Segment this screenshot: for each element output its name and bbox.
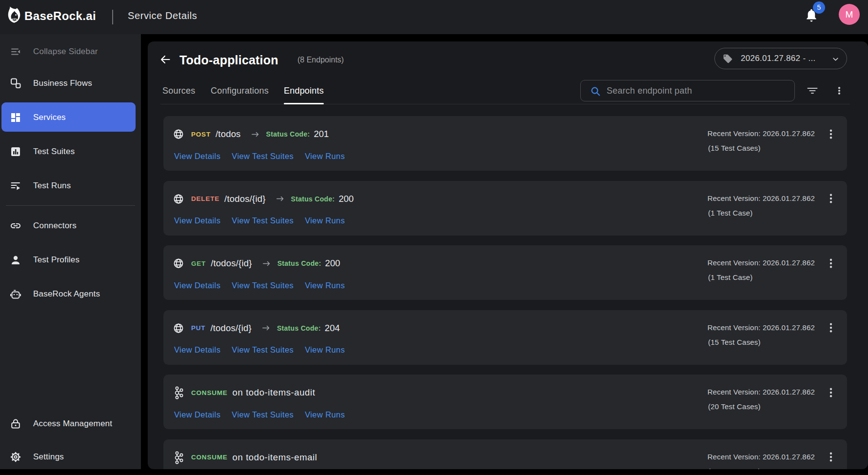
svg-text:</>: </>	[12, 17, 18, 21]
